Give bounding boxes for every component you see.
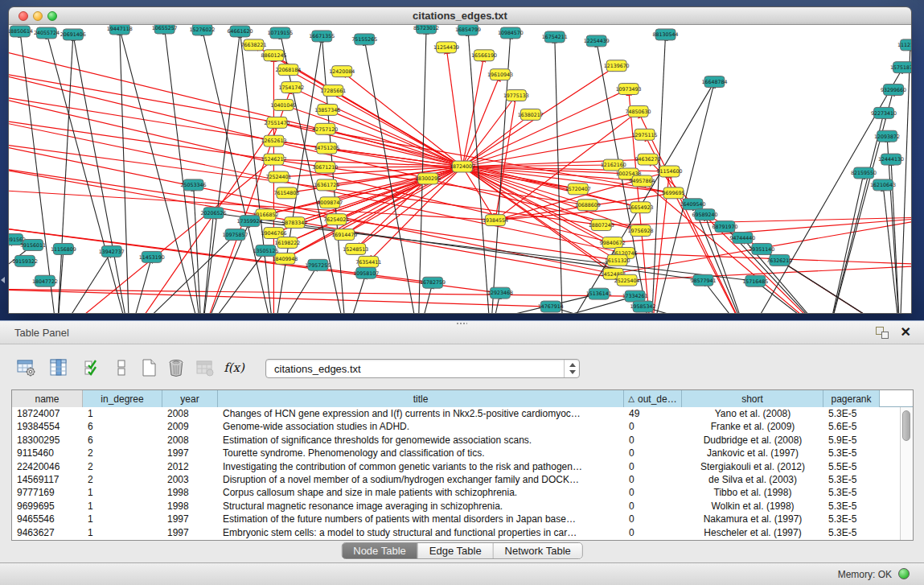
graph-node[interactable]: 58783342 [281, 217, 307, 229]
graph-node[interactable]: 98577941 [690, 274, 716, 286]
graph-node[interactable]: 19585342 [630, 301, 656, 312]
graph-node[interactable]: 42757120 [312, 123, 338, 134]
graph-node[interactable]: 15716485 [742, 275, 768, 286]
graph-node[interactable]: 19447118 [107, 25, 133, 35]
graph-node[interactable]: 12444130 [878, 154, 904, 165]
graph-node[interactable]: 16782759 [420, 277, 446, 288]
graph-node[interactable]: 15136141 [586, 288, 612, 299]
graph-node[interactable]: 91154600 [657, 166, 683, 177]
graph-node[interactable]: 16671355 [309, 31, 335, 42]
table-row[interactable]: 2242004622012Investigating the contribut… [12, 460, 900, 473]
graph-node[interactable]: 19159322 [12, 255, 38, 266]
graph-node[interactable]: 19756928 [628, 225, 654, 237]
graph-node[interactable]: 25225404 [614, 274, 640, 286]
graph-node[interactable]: 10655257 [152, 25, 178, 34]
table-row[interactable]: 969969511998Structural magnetic resonanc… [12, 500, 900, 513]
graph-node[interactable]: 72524401 [265, 171, 291, 183]
graph-node[interactable]: 19775133 [503, 90, 529, 101]
column-header-name[interactable]: name [12, 390, 83, 407]
graph-node[interactable]: 99840672 [600, 237, 626, 249]
graph-node[interactable]: 11156809 [51, 243, 76, 254]
column-header-in_degree[interactable]: in_degree [83, 390, 162, 407]
graph-node[interactable]: 24055724 [34, 27, 60, 39]
graph-node[interactable]: 9699695 [663, 187, 685, 199]
network-canvas[interactable]: 1885061424055724206914061944711810655257… [9, 25, 911, 313]
show-columns-icon[interactable] [47, 356, 71, 380]
graph-node[interactable]: 16914479 [331, 229, 357, 241]
row-cells-icon[interactable] [109, 356, 133, 380]
graph-node[interactable]: 17285661 [320, 85, 346, 97]
graph-node[interactable]: 17334261 [622, 290, 648, 302]
tab-node-table[interactable]: Node Table [342, 543, 418, 558]
column-header-year[interactable]: year [162, 390, 218, 407]
graph-node[interactable]: 16754211 [542, 31, 568, 43]
graph-node[interactable]: 18724007 [450, 161, 475, 172]
graph-node[interactable]: 76354411 [355, 256, 381, 267]
graph-node[interactable]: 13505125 [253, 245, 278, 256]
graph-node[interactable]: 18047722 [32, 275, 58, 286]
graph-node[interactable]: 11121310 [897, 39, 911, 51]
graph-node[interactable]: 88130544 [653, 29, 679, 40]
graph-node[interactable]: 88601245 [261, 50, 286, 61]
graph-node[interactable]: 92273410 [871, 107, 897, 118]
graph-node[interactable]: 15276022 [190, 25, 216, 35]
graph-node[interactable]: 11254439 [433, 42, 459, 53]
graph-node[interactable]: 30671210 [312, 162, 338, 173]
graph-node[interactable]: 16854799 [455, 25, 481, 35]
graph-node[interactable]: 14767914 [538, 301, 564, 312]
graph-node[interactable]: 16409540 [680, 199, 706, 210]
graph-node[interactable]: 16198222 [274, 237, 300, 249]
table-row[interactable]: 1872400712008Changes of HCN gene express… [12, 407, 900, 420]
graph-node[interactable]: 16380217 [518, 109, 544, 120]
graph-node[interactable]: 74850630 [626, 105, 651, 117]
scrollbar-thumb[interactable] [902, 410, 910, 441]
graph-node[interactable]: 69589240 [692, 209, 717, 220]
graph-node[interactable]: 18807243 [589, 220, 614, 231]
memory-status-indicator[interactable] [898, 568, 910, 579]
graph-node[interactable]: 76326210 [766, 254, 792, 266]
graph-node[interactable]: 94636270 [635, 154, 661, 165]
graph-node[interactable]: 16648784 [701, 76, 727, 88]
graph-node[interactable]: 15751874 [890, 62, 911, 73]
graph-node[interactable]: 76254021 [323, 214, 349, 225]
graph-node[interactable]: 15720407 [565, 183, 591, 195]
table-row[interactable]: 977716911998Corpus callosum shape and si… [12, 486, 900, 499]
graph-node[interactable]: 76154803 [273, 187, 299, 199]
citation-network-graph[interactable]: 1885061424055724206914061944711810655257… [9, 25, 911, 313]
graph-node[interactable]: 12923468 [487, 287, 513, 299]
table-row[interactable]: 1938455462009Genome-wide association stu… [12, 420, 900, 433]
graph-node[interactable]: 12652613 [261, 135, 286, 146]
graph-node[interactable]: 20691406 [60, 29, 86, 40]
graph-node[interactable]: 10958107 [353, 267, 379, 278]
table-row[interactable]: 911546021997Tourette syndrome. Phenomeno… [12, 447, 900, 459]
column-header-title[interactable]: title [218, 390, 624, 407]
new-document-icon[interactable] [137, 356, 161, 380]
graph-node[interactable]: 10688609 [575, 200, 601, 211]
combobox-stepper-icon[interactable] [564, 360, 579, 377]
panel-collapse-arrow-icon[interactable] [1, 277, 5, 283]
graph-node[interactable]: 25053346 [181, 179, 207, 191]
graph-node[interactable]: 14751205 [314, 142, 339, 154]
graph-node[interactable]: 75155265 [351, 34, 377, 45]
table-mode-gear-icon[interactable] [14, 356, 39, 380]
graph-node[interactable]: 19384554 [483, 215, 508, 226]
graph-node[interactable]: 90098747 [317, 197, 343, 208]
window-titlebar[interactable]: citations_edges.txt [9, 7, 911, 25]
graph-node[interactable]: 16654923 [628, 202, 654, 213]
delete-trash-icon[interactable] [164, 356, 188, 380]
graph-node[interactable]: 16210643 [870, 179, 896, 191]
graph-node[interactable]: 68791970 [712, 221, 737, 233]
graph-node[interactable]: 29351140 [749, 243, 774, 254]
graph-node[interactable]: 15248513 [343, 243, 368, 254]
graph-node[interactable]: 10984570 [498, 27, 524, 39]
graph-node[interactable]: 12975115 [632, 129, 658, 140]
graph-node[interactable]: 16151320 [605, 254, 630, 266]
graph-node[interactable]: 17541742 [278, 82, 304, 93]
graph-node[interactable]: 15246217 [261, 154, 286, 165]
graph-node[interactable]: 64661620 [228, 26, 253, 37]
graph-node[interactable]: 22068184 [275, 64, 301, 76]
graph-node[interactable]: 39156011 [20, 240, 46, 251]
column-header-out_de[interactable]: △out_de… [624, 390, 682, 407]
tab-edge-table[interactable]: Edge Table [418, 543, 494, 558]
graph-node[interactable]: 10719155 [267, 27, 293, 39]
